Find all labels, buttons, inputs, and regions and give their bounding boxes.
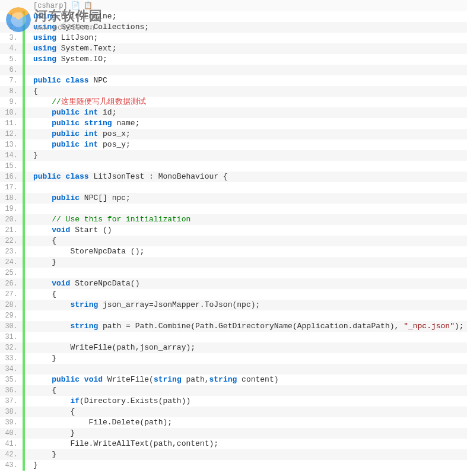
code-line: 1.using UnityEngine; <box>0 11 467 22</box>
line-number: 18. <box>0 193 23 204</box>
code-line: 23. StoreNpcData (); <box>0 246 467 257</box>
code-content[interactable]: public class NPC <box>25 75 107 86</box>
code-content[interactable]: } <box>25 257 56 268</box>
line-number: 12. <box>0 129 23 139</box>
code-content[interactable]: { <box>25 385 56 396</box>
line-number: 20. <box>0 214 23 225</box>
line-number: 16. <box>0 172 23 182</box>
code-content[interactable] <box>25 332 33 342</box>
code-content[interactable]: public NPC[] npc; <box>25 193 131 204</box>
code-content[interactable]: string path = Path.Combine(Path.GetDirec… <box>25 321 464 332</box>
line-number: 31. <box>0 332 23 342</box>
code-content[interactable]: public void WriteFile(string path,string… <box>25 375 279 385</box>
code-content[interactable]: void Start () <box>25 225 112 236</box>
code-line: 38. { <box>0 407 467 417</box>
code-content[interactable] <box>25 204 33 214</box>
line-number: 22. <box>0 236 23 246</box>
line-number: 7. <box>0 75 23 86</box>
code-content[interactable]: { <box>25 86 38 97</box>
code-content[interactable]: } <box>25 150 38 161</box>
line-number: 43. <box>0 460 23 471</box>
code-content[interactable]: public class LitJsonTest : MonoBehaviour… <box>25 172 228 182</box>
code-content[interactable]: using UnityEngine; <box>25 11 116 22</box>
code-content[interactable]: using LitJson; <box>25 33 98 43</box>
code-line: 16.public class LitJsonTest : MonoBehavi… <box>0 172 467 182</box>
code-lines: 1.using UnityEngine;2.using System.Colle… <box>0 11 467 471</box>
code-line: 11. public string name; <box>0 118 467 129</box>
code-content[interactable]: { <box>25 236 56 246</box>
line-number: 4. <box>0 43 23 54</box>
line-number: 21. <box>0 225 23 236</box>
code-content[interactable]: } <box>25 460 38 471</box>
code-line: 24. } <box>0 257 467 268</box>
code-content[interactable] <box>25 364 33 375</box>
line-number: 41. <box>0 439 23 449</box>
code-content[interactable]: public int id; <box>25 107 116 118</box>
code-content[interactable]: } <box>25 353 56 364</box>
line-number: 34. <box>0 364 23 375</box>
code-content[interactable]: public string name; <box>25 118 139 129</box>
code-line: 18. public NPC[] npc; <box>0 193 467 204</box>
code-content[interactable]: using System.Text; <box>25 43 116 54</box>
code-line: 8.{ <box>0 86 467 97</box>
code-line: 36. { <box>0 385 467 396</box>
code-content[interactable] <box>25 310 33 321</box>
code-content[interactable]: File.WriteAllText(path,content); <box>25 439 218 449</box>
code-content[interactable]: public int pos_x; <box>25 129 131 139</box>
line-number: 38. <box>0 407 23 417</box>
code-content[interactable]: using System.Collections; <box>25 22 149 33</box>
view-plain-icon[interactable]: 📄 <box>71 1 80 10</box>
code-content[interactable]: } <box>25 449 56 460</box>
code-line: 30. string path = Path.Combine(Path.GetD… <box>0 321 467 332</box>
code-content[interactable]: using System.IO; <box>25 54 107 65</box>
line-number: 35. <box>0 375 23 385</box>
code-line: 28. string json_array=JsonMapper.ToJson(… <box>0 300 467 310</box>
code-content[interactable] <box>25 161 33 172</box>
code-content[interactable]: public int pos_y; <box>25 139 131 150</box>
line-number: 1. <box>0 11 23 22</box>
code-line: 14.} <box>0 150 467 161</box>
code-line: 6. <box>0 65 467 75</box>
line-number: 30. <box>0 321 23 332</box>
code-content[interactable]: string json_array=JsonMapper.ToJson(npc)… <box>25 300 260 310</box>
code-content[interactable]: WriteFile(path,json_array); <box>25 342 195 353</box>
line-number: 36. <box>0 385 23 396</box>
line-number: 23. <box>0 246 23 257</box>
code-line: 5.using System.IO; <box>0 54 467 65</box>
code-content[interactable]: } <box>25 428 75 439</box>
code-content[interactable] <box>25 268 33 278</box>
line-number: 11. <box>0 118 23 129</box>
code-content[interactable]: { <box>25 407 75 417</box>
line-number: 9. <box>0 97 23 107</box>
code-content[interactable] <box>25 65 33 75</box>
code-line: 22. { <box>0 236 467 246</box>
code-line: 27. { <box>0 289 467 300</box>
line-number: 2. <box>0 22 23 33</box>
code-line: 37. if(Directory.Exists(path)) <box>0 396 467 407</box>
code-line: 42. } <box>0 449 467 460</box>
code-line: 20. // Use this for initialization <box>0 214 467 225</box>
code-content[interactable]: // Use this for initialization <box>25 214 190 225</box>
copy-icon[interactable]: 📋 <box>84 1 93 10</box>
code-content[interactable]: void StoreNpcData() <box>25 278 139 289</box>
code-line: 40. } <box>0 428 467 439</box>
code-viewer: [csharp] 📄 📋 1.using UnityEngine;2.using… <box>0 0 467 471</box>
code-content[interactable]: { <box>25 289 56 300</box>
code-line: 41. File.WriteAllText(path,content); <box>0 439 467 449</box>
line-number: 40. <box>0 428 23 439</box>
line-number: 25. <box>0 268 23 278</box>
line-number: 39. <box>0 417 23 428</box>
code-line: 10. public int id; <box>0 107 467 118</box>
code-line: 32. WriteFile(path,json_array); <box>0 342 467 353</box>
line-number: 19. <box>0 204 23 214</box>
code-content[interactable]: //这里随便写几组数据测试 <box>25 97 146 107</box>
code-content[interactable]: File.Delete(path); <box>25 417 172 428</box>
line-number: 17. <box>0 182 23 193</box>
code-content[interactable] <box>25 182 33 193</box>
line-number: 6. <box>0 65 23 75</box>
code-content[interactable]: StoreNpcData (); <box>25 246 144 257</box>
code-line: 31. <box>0 332 467 342</box>
code-line: 19. <box>0 204 467 214</box>
code-line: 26. void StoreNpcData() <box>0 278 467 289</box>
code-content[interactable]: if(Directory.Exists(path)) <box>25 396 190 407</box>
